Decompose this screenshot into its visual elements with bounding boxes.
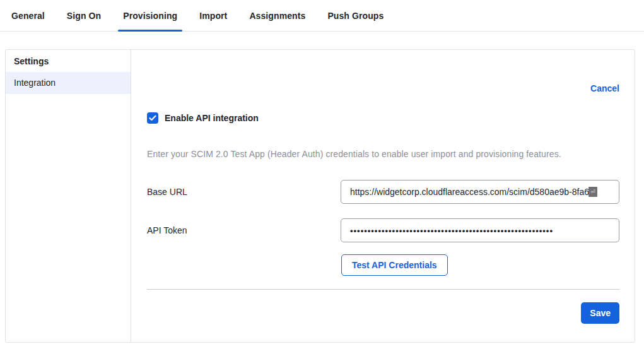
enable-api-checkbox[interactable]	[147, 112, 158, 124]
tab-general[interactable]: General	[6, 0, 50, 31]
cancel-button[interactable]: Cancel	[590, 83, 619, 93]
save-row: Save	[147, 302, 619, 324]
form-divider	[147, 289, 619, 290]
cancel-row: Cancel	[147, 83, 619, 94]
base-url-row: Base URL https://widgetcorp.cloudflareac…	[147, 180, 619, 204]
tab-assignments[interactable]: Assignments	[244, 0, 310, 31]
text-overflow-marker-icon: ⏎	[588, 187, 597, 197]
api-token-row: API Token ••••••••••••••••••••••••••••••…	[147, 218, 619, 242]
content-panel: Settings Integration Cancel Enable API i…	[5, 49, 635, 343]
app-tab-bar: General Sign On Provisioning Import Assi…	[0, 0, 644, 32]
api-token-label: API Token	[147, 225, 187, 235]
settings-sidebar: Settings Integration	[6, 50, 131, 342]
checkmark-icon	[149, 115, 156, 121]
integration-form: Cancel Enable API integration Enter your…	[131, 50, 635, 342]
credentials-description: Enter your SCIM 2.0 Test App (Header Aut…	[147, 149, 619, 159]
base-url-value: https://widgetcorp.cloudflareaccess.com/…	[350, 187, 589, 197]
enable-api-label: Enable API integration	[165, 113, 259, 123]
sidebar-header: Settings	[6, 50, 131, 72]
test-api-credentials-button[interactable]: Test API Credentials	[341, 254, 448, 276]
api-token-input[interactable]: ••••••••••••••••••••••••••••••••••••••••…	[341, 218, 619, 242]
test-credentials-row: Test API Credentials	[147, 254, 619, 276]
tab-sign-on[interactable]: Sign On	[62, 0, 106, 31]
sidebar-item-integration[interactable]: Integration	[6, 72, 131, 94]
tab-push-groups[interactable]: Push Groups	[322, 0, 389, 31]
base-url-input[interactable]: https://widgetcorp.cloudflareaccess.com/…	[341, 180, 619, 204]
api-token-masked-value: ••••••••••••••••••••••••••••••••••••••••…	[350, 226, 553, 235]
tab-import[interactable]: Import	[194, 0, 232, 31]
enable-api-row: Enable API integration	[147, 112, 619, 124]
base-url-label: Base URL	[147, 187, 187, 197]
provisioning-page: General Sign On Provisioning Import Assi…	[0, 0, 644, 349]
save-button[interactable]: Save	[581, 302, 619, 324]
tab-provisioning[interactable]: Provisioning	[118, 0, 182, 31]
